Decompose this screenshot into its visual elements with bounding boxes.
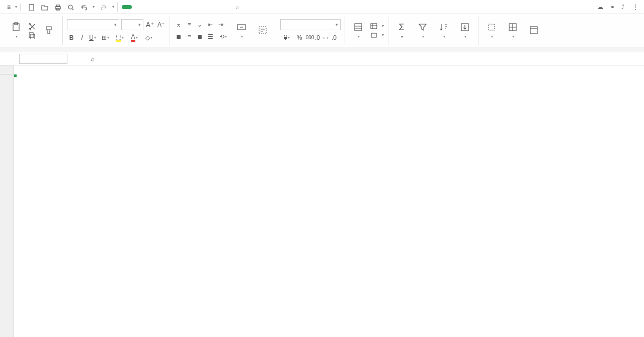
copy-button[interactable] xyxy=(28,32,37,39)
cell-style-button[interactable]: ▾ xyxy=(370,32,384,39)
svg-rect-9 xyxy=(29,33,33,38)
tab-dev[interactable] xyxy=(206,5,216,9)
search-box[interactable]: ⌕ xyxy=(235,4,241,11)
preview-icon[interactable] xyxy=(66,3,75,12)
clear-format-icon[interactable]: ◇▾ xyxy=(142,33,155,42)
align-left-icon[interactable]: ≣ xyxy=(174,32,183,41)
new-icon[interactable] xyxy=(27,3,36,12)
table-style-button[interactable]: ▾ xyxy=(370,23,384,30)
align-center-icon[interactable]: ≡ xyxy=(185,32,194,41)
group-number: ▾ ¥▾ % 000 .0→ ←.0 xyxy=(276,16,345,45)
italic-icon[interactable]: I xyxy=(77,33,87,42)
font-color-icon[interactable]: A▾ xyxy=(128,33,141,42)
svg-rect-14 xyxy=(371,24,377,29)
quick-access-toolbar: ▾ ▾ xyxy=(24,3,118,12)
people-icon: ⚭ xyxy=(610,4,615,11)
more-icon[interactable]: ⋮ xyxy=(631,3,640,12)
group-align: ⌅ ≡ ⌄ ⇤ ⇥ ≣ ≡ ≣ ☰ ⟲▾ ▾ xyxy=(170,16,276,45)
select-all-corner[interactable] xyxy=(0,65,14,74)
align-middle-icon[interactable]: ≡ xyxy=(185,20,194,29)
font-family-combo[interactable]: ▾ xyxy=(67,19,119,30)
tab-formula[interactable] xyxy=(158,5,168,9)
cells-button[interactable]: ▾ xyxy=(482,22,501,39)
tab-start[interactable] xyxy=(122,5,132,9)
decrease-font-icon[interactable]: A⁻ xyxy=(156,20,166,29)
group-editing: Σ▾ ▾ ▾ ▾ xyxy=(388,16,478,45)
tab-data[interactable] xyxy=(170,5,180,9)
format-painter-button[interactable] xyxy=(40,25,58,36)
indent-increase-icon[interactable]: ⇥ xyxy=(216,20,225,29)
search-icon: ⌕ xyxy=(235,4,239,11)
number-format-combo[interactable]: ▾ xyxy=(280,19,341,30)
sort-button[interactable]: ▾ xyxy=(435,22,453,39)
percent-icon[interactable]: % xyxy=(295,33,304,42)
open-icon[interactable] xyxy=(40,3,49,12)
cloud-icon: ☁ xyxy=(597,4,603,11)
align-top-icon[interactable]: ⌅ xyxy=(174,20,183,29)
tab-layout[interactable] xyxy=(146,5,156,9)
svg-rect-0 xyxy=(29,5,34,11)
justify-icon[interactable]: ☰ xyxy=(206,32,215,41)
indent-decrease-icon[interactable]: ⇤ xyxy=(206,20,215,29)
cond-format-button[interactable]: ▾ xyxy=(349,22,367,39)
fill-button[interactable]: ▾ xyxy=(456,22,474,39)
tab-view[interactable] xyxy=(194,5,204,9)
paste-button[interactable]: ▾ xyxy=(7,22,25,39)
grid[interactable] xyxy=(14,74,644,337)
ribbon-tabs xyxy=(122,5,228,9)
svg-rect-19 xyxy=(530,27,537,34)
redo-dropdown[interactable]: ▾ xyxy=(112,5,114,9)
share-icon: ⤴ xyxy=(621,4,624,11)
tab-insert[interactable] xyxy=(134,5,144,9)
tab-review[interactable] xyxy=(182,5,192,9)
rowcol-button[interactable]: ▾ xyxy=(504,22,522,39)
filter-button[interactable]: ▾ xyxy=(414,22,432,39)
share-button[interactable]: ⤴ xyxy=(621,4,626,11)
chevron-down-icon: ▾ xyxy=(15,5,17,9)
wrap-button[interactable] xyxy=(254,25,272,36)
file-menu[interactable]: ≡ ▾ xyxy=(4,4,21,11)
undo-icon[interactable] xyxy=(79,3,88,12)
menubar-right: ☁ ⚭ ⤴ ⋮ xyxy=(597,3,640,12)
worksheet-button[interactable] xyxy=(525,25,543,36)
group-styles: ▾ ▾ ▾ xyxy=(345,16,388,45)
svg-rect-10 xyxy=(31,34,35,39)
svg-rect-2 xyxy=(56,5,59,7)
bold-icon[interactable]: B xyxy=(67,33,76,42)
svg-point-4 xyxy=(68,5,72,9)
merge-button[interactable]: ▾ xyxy=(232,22,251,39)
spreadsheet xyxy=(0,65,644,337)
group-clipboard: ▾ xyxy=(3,16,63,45)
decrease-decimal-icon[interactable]: ←.0 xyxy=(327,33,336,42)
print-icon[interactable] xyxy=(53,3,62,12)
comma-icon[interactable]: 000 xyxy=(305,33,314,42)
redo-icon[interactable] xyxy=(99,3,108,12)
underline-icon[interactable]: U▾ xyxy=(88,33,97,42)
hamburger-icon: ≡ xyxy=(7,4,11,11)
sync-button[interactable]: ☁ xyxy=(597,4,605,11)
sum-button[interactable]: Σ▾ xyxy=(392,22,411,39)
undo-dropdown[interactable]: ▾ xyxy=(93,5,95,9)
svg-rect-17 xyxy=(489,24,495,30)
ribbon: ▾ ▾ ▾ A⁺ A⁻ B I U▾ ⊞▾ ⬚▾ A▾ xyxy=(0,14,644,47)
currency-icon[interactable]: ¥▾ xyxy=(280,33,293,42)
group-cells: ▾ ▾ xyxy=(478,16,547,45)
row-headers xyxy=(0,74,14,337)
font-size-combo[interactable]: ▾ xyxy=(121,19,143,30)
cut-button[interactable] xyxy=(28,23,37,30)
increase-decimal-icon[interactable]: .0→ xyxy=(316,33,325,42)
name-box[interactable] xyxy=(19,54,67,64)
svg-rect-13 xyxy=(355,24,362,31)
orientation-icon[interactable]: ⟲▾ xyxy=(216,32,229,41)
align-right-icon[interactable]: ≣ xyxy=(195,32,204,41)
tab-vip[interactable] xyxy=(218,5,228,9)
increase-font-icon[interactable]: A⁺ xyxy=(145,20,154,29)
cell-cursor xyxy=(14,74,16,76)
zoom-icon[interactable]: ⌕ xyxy=(88,54,97,63)
align-bottom-icon[interactable]: ⌄ xyxy=(195,20,204,29)
svg-rect-15 xyxy=(371,33,376,37)
coop-button[interactable]: ⚭ xyxy=(610,4,616,11)
fill-color-icon[interactable]: ⬚▾ xyxy=(113,33,126,42)
border-icon[interactable]: ⊞▾ xyxy=(99,33,112,42)
group-font: ▾ ▾ A⁺ A⁻ B I U▾ ⊞▾ ⬚▾ A▾ ◇▾ xyxy=(63,16,170,45)
